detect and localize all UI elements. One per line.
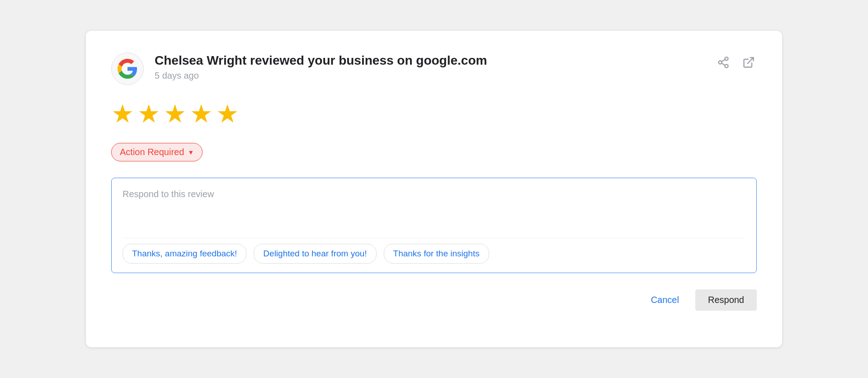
star-2: ★ <box>137 101 160 127</box>
header: Chelsea Wright reviewed your business on… <box>111 52 757 85</box>
review-card: Chelsea Wright reviewed your business on… <box>86 31 782 347</box>
google-logo <box>111 52 144 85</box>
action-required-label: Action Required <box>120 147 184 157</box>
external-link-button[interactable] <box>741 54 757 71</box>
review-title: Chelsea Wright reviewed your business on… <box>155 52 487 69</box>
google-g-icon <box>118 59 137 79</box>
chip-1[interactable]: Thanks, amazing feedback! <box>123 244 246 264</box>
star-rating: ★ ★ ★ ★ ★ <box>111 101 757 127</box>
share-icon <box>717 56 730 69</box>
star-3: ★ <box>164 101 186 127</box>
header-left: Chelsea Wright reviewed your business on… <box>111 52 487 85</box>
action-required-badge[interactable]: Action Required ▼ <box>111 143 203 161</box>
star-1: ★ <box>111 101 134 127</box>
share-button[interactable] <box>715 54 731 71</box>
svg-line-5 <box>748 58 754 64</box>
external-link-icon <box>742 56 755 69</box>
footer-actions: Cancel Respond <box>111 289 757 311</box>
chip-3[interactable]: Thanks for the insights <box>384 244 489 264</box>
star-4: ★ <box>190 101 212 127</box>
respond-button[interactable]: Respond <box>695 289 757 311</box>
review-timestamp: 5 days ago <box>155 71 487 81</box>
chip-2[interactable]: Delighted to hear from you! <box>254 244 376 264</box>
svg-line-3 <box>722 63 725 66</box>
response-textarea[interactable] <box>123 189 745 231</box>
star-5: ★ <box>216 101 239 127</box>
response-box: Thanks, amazing feedback! Delighted to h… <box>111 178 757 273</box>
cancel-button[interactable]: Cancel <box>642 289 688 311</box>
header-text: Chelsea Wright reviewed your business on… <box>155 52 487 81</box>
header-actions <box>715 54 757 71</box>
svg-line-4 <box>722 60 725 62</box>
dropdown-arrow-icon: ▼ <box>188 149 194 156</box>
suggestion-chips: Thanks, amazing feedback! Delighted to h… <box>123 238 745 264</box>
